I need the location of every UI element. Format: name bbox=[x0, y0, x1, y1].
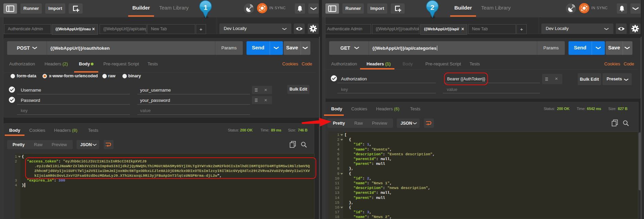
svg-text:1: 1 bbox=[204, 3, 208, 11]
svg-text:2: 2 bbox=[430, 3, 435, 11]
